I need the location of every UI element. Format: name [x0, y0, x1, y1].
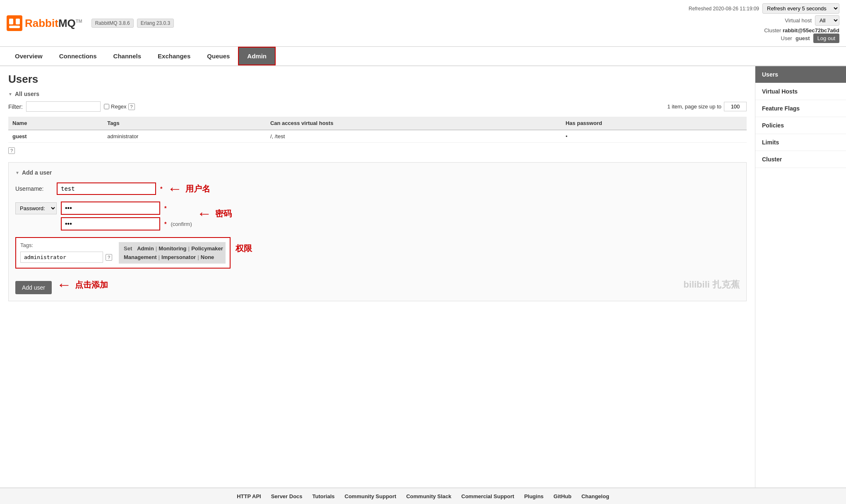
user-row: User guest Log out	[689, 34, 839, 43]
button-arrow: ←	[57, 276, 72, 293]
nav-item-exchanges[interactable]: Exchanges	[149, 48, 199, 65]
footer-link-community-slack[interactable]: Community Slack	[406, 493, 451, 499]
top-bar: RabbitMQTM RabbitMQ 3.8.6 Erlang 23.0.3 …	[0, 0, 846, 47]
page-size-input[interactable]	[724, 102, 747, 111]
svg-rect-1	[9, 19, 13, 24]
cluster-label: Cluster	[764, 27, 781, 34]
footer-link-github[interactable]: GitHub	[553, 493, 571, 499]
user-name-cell[interactable]: guest	[12, 133, 27, 139]
logo-tm: TM	[76, 19, 82, 24]
nav-item-queues[interactable]: Queues	[199, 48, 238, 65]
all-users-section-header: ▼ All users	[8, 91, 747, 97]
password-annotation: ← 密码	[197, 205, 232, 222]
footer-link-tutorials[interactable]: Tutorials	[312, 493, 335, 499]
password-asterisk: *	[164, 205, 166, 211]
page-info-text: 1 item, page size up to	[667, 103, 721, 110]
table-body: guest administrator /, /test •	[8, 130, 747, 143]
add-user-button[interactable]: Add user	[15, 281, 52, 294]
rabbitmq-version-badge: RabbitMQ 3.8.6	[91, 19, 134, 28]
vhost-row: Virtual host All / /test	[689, 15, 839, 26]
nav-item-channels[interactable]: Channels	[105, 48, 150, 65]
tags-input[interactable]	[20, 252, 103, 263]
username-arrow: ←	[167, 180, 182, 197]
tag-admin-link[interactable]: Admin	[137, 245, 154, 252]
sidebar-item-cluster[interactable]: Cluster	[755, 151, 846, 168]
username-input[interactable]	[57, 182, 156, 195]
triangle-icon: ▼	[8, 92, 12, 96]
password-arrow: ←	[197, 205, 212, 222]
top-right: Refreshed 2020-08-26 11:19:09 No refresh…	[689, 3, 839, 43]
table-header: Name Tags Can access virtual hosts Has p…	[8, 117, 747, 130]
refresh-select[interactable]: No refresh Refresh every 5 seconds Refre…	[762, 3, 839, 14]
sidebar: Users Virtual Hosts Feature Flags Polici…	[755, 66, 846, 487]
filter-input[interactable]	[26, 101, 101, 112]
logo: RabbitMQTM RabbitMQ 3.8.6 Erlang 23.0.3	[7, 15, 174, 31]
col-tags: Tags	[103, 117, 266, 130]
set-label: Set	[124, 245, 132, 252]
nav-item-overview[interactable]: Overview	[7, 48, 51, 65]
nav-item-connections[interactable]: Connections	[51, 48, 105, 65]
add-triangle-icon: ▼	[15, 170, 19, 175]
footer-link-changelog[interactable]: Changelog	[582, 493, 609, 499]
password-hint: 密码	[215, 208, 232, 219]
button-hint: 点击添加	[75, 279, 108, 290]
sidebar-item-virtual-hosts[interactable]: Virtual Hosts	[755, 83, 846, 100]
regex-checkbox[interactable]	[104, 104, 109, 109]
add-button-annotation: ← 点击添加	[57, 276, 108, 293]
tag-management-link[interactable]: Management	[124, 254, 156, 260]
sidebar-item-feature-flags[interactable]: Feature Flags	[755, 100, 846, 117]
password-input[interactable]	[61, 202, 160, 215]
refreshed-timestamp: Refreshed 2020-08-26 11:19:09	[689, 6, 759, 12]
col-name: Name	[8, 117, 103, 130]
vhost-select[interactable]: All / /test	[815, 15, 839, 26]
tags-help-icon[interactable]: ?	[106, 254, 112, 261]
table-help-icon[interactable]: ?	[8, 147, 15, 154]
rabbitmq-logo-icon	[7, 15, 22, 31]
tag-monitoring-link[interactable]: Monitoring	[159, 245, 186, 252]
page-info: 1 item, page size up to	[667, 102, 747, 111]
username-label: Username:	[15, 185, 53, 192]
regex-help-icon[interactable]: ?	[128, 103, 135, 110]
tag-sep-3: |	[158, 254, 160, 260]
cluster-row: Cluster rabbit@55ec72bc7a6d	[689, 27, 839, 34]
tag-impersonator-link[interactable]: Impersonator	[161, 254, 196, 260]
regex-label: Regex	[111, 103, 127, 110]
tag-sep-4: |	[197, 254, 199, 260]
sidebar-item-limits[interactable]: Limits	[755, 134, 846, 151]
footer-link-http-api[interactable]: HTTP API	[237, 493, 261, 499]
password-confirm-row: * (confirm)	[15, 217, 192, 230]
tags-row2: Management | Impersonator | None	[124, 254, 221, 260]
user-password-cell: •	[561, 130, 747, 143]
password-confirm-asterisk: *	[164, 221, 166, 227]
password-type-select[interactable]: Password: Hash:	[15, 202, 57, 214]
erlang-version-badge: Erlang 23.0.3	[137, 19, 174, 28]
add-button-group: Add user ← 点击添加	[15, 275, 108, 294]
tag-policymaker-link[interactable]: Policymaker	[191, 245, 223, 252]
username-hint: 用户名	[185, 183, 210, 194]
user-label: User	[781, 35, 792, 41]
footer-link-server-docs[interactable]: Server Docs	[271, 493, 303, 499]
password-confirm-input[interactable]	[61, 217, 160, 230]
vhost-label: Virtual host	[785, 17, 812, 24]
tag-none-link[interactable]: None	[201, 254, 214, 260]
footer-link-plugins[interactable]: Plugins	[524, 493, 543, 499]
add-user-section: ▼ Add a user Username: * ← 用户名	[8, 162, 747, 301]
logout-button[interactable]: Log out	[813, 34, 839, 43]
sidebar-item-users[interactable]: Users	[755, 66, 846, 83]
version-badges: RabbitMQ 3.8.6 Erlang 23.0.3	[91, 19, 174, 28]
add-user-section-header: ▼ Add a user	[15, 169, 740, 176]
footer-link-community-support[interactable]: Community Support	[345, 493, 397, 499]
password-form-row: Password: Hash: *	[15, 202, 192, 215]
svg-rect-0	[7, 15, 22, 31]
footer-link-commercial-support[interactable]: Commercial Support	[461, 493, 514, 499]
tags-hint: 权限	[236, 243, 252, 254]
bilibili-text: bilibili 扎克蕉	[683, 278, 740, 291]
col-vhosts: Can access virtual hosts	[266, 117, 562, 130]
filter-label: Filter:	[8, 103, 23, 110]
tags-section: Tags: ? Set Admin | Monitoring	[15, 237, 231, 269]
user-tags-cell: administrator	[103, 130, 266, 143]
nav-item-admin[interactable]: Admin	[238, 47, 276, 65]
users-table: Name Tags Can access virtual hosts Has p…	[8, 117, 747, 143]
sidebar-item-policies[interactable]: Policies	[755, 117, 846, 134]
tag-sep-1: |	[156, 245, 157, 252]
